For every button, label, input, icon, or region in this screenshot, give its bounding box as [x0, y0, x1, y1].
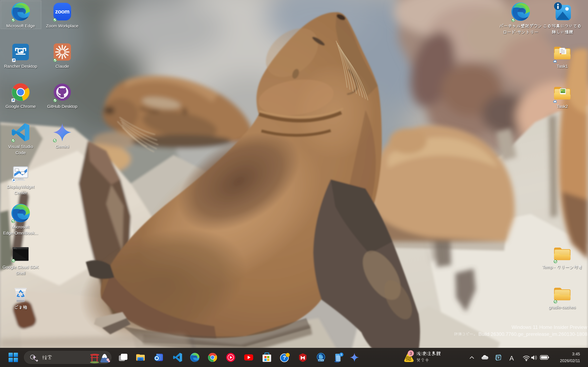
- svg-text:A: A: [509, 355, 514, 362]
- svg-text:Build 26300.7760.ge_prerelease: Build 26300.7760.ge_prerelease_im.260130…: [478, 331, 587, 337]
- svg-text:Windows 11 Home Insider Previe: Windows 11 Home Insider Preview: [512, 324, 587, 330]
- svg-text:3: 3: [410, 351, 412, 356]
- svg-text:8: 8: [341, 353, 342, 356]
- svg-text:3:45: 3:45: [572, 352, 580, 356]
- svg-text:2026/02/11: 2026/02/11: [560, 359, 580, 363]
- svg-text:BETA: BETA: [319, 359, 323, 361]
- svg-text:?: ?: [283, 355, 286, 361]
